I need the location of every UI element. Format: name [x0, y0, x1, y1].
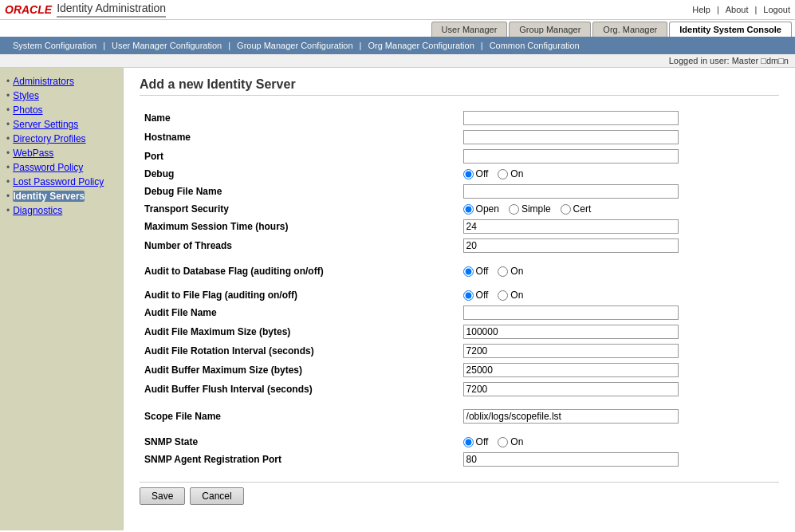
- audit-buf-flush-label: Audit Buffer Flush Interval (seconds): [140, 380, 459, 399]
- nav-tabs: User Manager Group Manager Org. Manager …: [0, 20, 795, 37]
- debug-radio-group: Off On: [463, 168, 774, 179]
- logo-area: ORACLE Identity Administration: [5, 2, 166, 18]
- help-link[interactable]: Help: [692, 5, 710, 14]
- max-session-label: Maximum Session Time (hours): [140, 217, 459, 236]
- audit-db-radio-group: Off On: [463, 266, 774, 277]
- audit-file-name-input[interactable]: [463, 305, 679, 320]
- audit-buf-max-input[interactable]: [463, 363, 679, 377]
- audit-file-max-label: Audit File Maximum Size (bytes): [140, 322, 459, 341]
- debug-off-radio[interactable]: [463, 169, 474, 179]
- snmp-port-input[interactable]: [463, 452, 679, 467]
- name-label: Name: [140, 108, 459, 128]
- scope-file-label: Scope File Name: [140, 407, 459, 426]
- snmp-port-label: SNMP Agent Registration Port: [140, 450, 459, 469]
- content-area: Add a new Identity Server Name Hostname …: [124, 68, 795, 530]
- transport-open-label[interactable]: Open: [463, 203, 499, 215]
- main-layout: Administrators Styles Photos Server Sett…: [0, 68, 795, 530]
- audit-rotation-label: Audit File Rotation Interval (seconds): [140, 341, 459, 361]
- transport-simple-label[interactable]: Simple: [509, 203, 551, 215]
- snmp-on-radio[interactable]: [498, 437, 508, 447]
- tab-group-manager[interactable]: Group Manager: [509, 22, 591, 37]
- port-label: Port: [140, 147, 459, 166]
- audit-db-off-label[interactable]: Off: [463, 266, 489, 277]
- page-heading: Add a new Identity Server: [140, 77, 779, 96]
- transport-simple-radio[interactable]: [509, 204, 519, 215]
- transport-label: Transport Security: [140, 201, 459, 217]
- sub-nav-user-manager-config[interactable]: User Manager Configuration: [105, 39, 228, 52]
- num-threads-input[interactable]: [463, 238, 679, 253]
- scope-file-input[interactable]: [463, 409, 679, 424]
- transport-open-radio[interactable]: [463, 204, 474, 215]
- snmp-on-label[interactable]: On: [498, 436, 523, 447]
- audit-buf-max-label: Audit Buffer Maximum Size (bytes): [140, 361, 459, 380]
- cancel-button[interactable]: Cancel: [190, 487, 243, 505]
- name-input[interactable]: [463, 111, 679, 125]
- tab-org-manager[interactable]: Org. Manager: [592, 22, 667, 37]
- transport-cert-label[interactable]: Cert: [561, 203, 592, 215]
- audit-buf-flush-input[interactable]: [463, 382, 679, 396]
- debug-file-input[interactable]: [463, 184, 679, 199]
- sidebar-item-directory-profiles[interactable]: Directory Profiles: [3, 132, 120, 146]
- button-bar: Save Cancel: [140, 482, 779, 510]
- sub-nav-group-manager-config[interactable]: Group Manager Configuration: [230, 39, 360, 52]
- sidebar: Administrators Styles Photos Server Sett…: [0, 68, 124, 530]
- max-session-input[interactable]: [463, 219, 679, 234]
- hostname-input[interactable]: [463, 130, 679, 144]
- top-links: Help | About | Logout: [692, 5, 790, 14]
- audit-file-name-label: Audit File Name: [140, 303, 459, 322]
- audit-file-flag-radio-group: Off On: [463, 290, 774, 301]
- sidebar-item-password-policy[interactable]: Password Policy: [3, 160, 120, 175]
- num-threads-label: Number of Threads: [140, 236, 459, 255]
- tab-user-manager[interactable]: User Manager: [431, 22, 508, 37]
- audit-file-flag-label: Audit to File Flag (auditing on/off): [140, 287, 459, 303]
- sidebar-item-webpass[interactable]: WebPass: [3, 146, 120, 160]
- port-input[interactable]: [463, 149, 679, 164]
- sidebar-item-administrators[interactable]: Administrators: [3, 74, 120, 89]
- audit-file-on-radio[interactable]: [498, 290, 508, 301]
- snmp-state-radio-group: Off On: [463, 436, 774, 447]
- audit-file-off-radio[interactable]: [463, 290, 474, 301]
- audit-file-on-label[interactable]: On: [498, 290, 523, 301]
- debug-off-label[interactable]: Off: [463, 168, 489, 179]
- sidebar-item-lost-password-policy[interactable]: Lost Password Policy: [3, 175, 120, 189]
- hostname-label: Hostname: [140, 128, 459, 147]
- tab-identity-system-console[interactable]: Identity System Console: [669, 22, 792, 37]
- transport-cert-radio[interactable]: [561, 204, 571, 215]
- audit-db-off-radio[interactable]: [463, 266, 474, 277]
- sidebar-item-server-settings[interactable]: Server Settings: [3, 117, 120, 132]
- oracle-logo: ORACLE: [5, 3, 52, 16]
- sidebar-item-diagnostics[interactable]: Diagnostics: [3, 203, 120, 218]
- debug-label: Debug: [140, 166, 459, 182]
- debug-file-label: Debug File Name: [140, 182, 459, 201]
- sidebar-item-photos[interactable]: Photos: [3, 103, 120, 117]
- logout-link[interactable]: Logout: [763, 5, 790, 14]
- sub-nav: System Configuration | User Manager Conf…: [0, 37, 795, 54]
- sub-nav-system-config[interactable]: System Configuration: [6, 39, 103, 52]
- sidebar-item-styles[interactable]: Styles: [3, 89, 120, 103]
- audit-db-on-radio[interactable]: [498, 266, 508, 277]
- snmp-state-label: SNMP State: [140, 434, 459, 450]
- logged-in-bar: Logged in user: Master □dm□n: [0, 54, 795, 68]
- transport-radio-group: Open Simple Cert: [463, 203, 774, 215]
- about-link[interactable]: About: [726, 5, 749, 14]
- audit-db-on-label[interactable]: On: [498, 266, 523, 277]
- sub-nav-org-manager-config[interactable]: Org Manager Configuration: [361, 39, 480, 52]
- audit-file-off-label[interactable]: Off: [463, 290, 489, 301]
- snmp-off-label[interactable]: Off: [463, 436, 489, 447]
- sidebar-item-identity-servers[interactable]: Identity Servers: [3, 189, 120, 203]
- form-table: Name Hostname Port Debug Off: [140, 108, 779, 469]
- audit-db-label: Audit to Database Flag (auditing on/off): [140, 263, 459, 279]
- save-button[interactable]: Save: [140, 487, 185, 505]
- audit-file-max-input[interactable]: [463, 325, 679, 339]
- debug-on-radio[interactable]: [498, 169, 508, 179]
- debug-on-label[interactable]: On: [498, 168, 523, 179]
- app-title: Identity Administration: [57, 2, 166, 18]
- audit-rotation-input[interactable]: [463, 344, 679, 358]
- sub-nav-common-config[interactable]: Common Configuration: [483, 39, 586, 52]
- top-bar: ORACLE Identity Administration Help | Ab…: [0, 0, 795, 20]
- snmp-off-radio[interactable]: [463, 437, 474, 447]
